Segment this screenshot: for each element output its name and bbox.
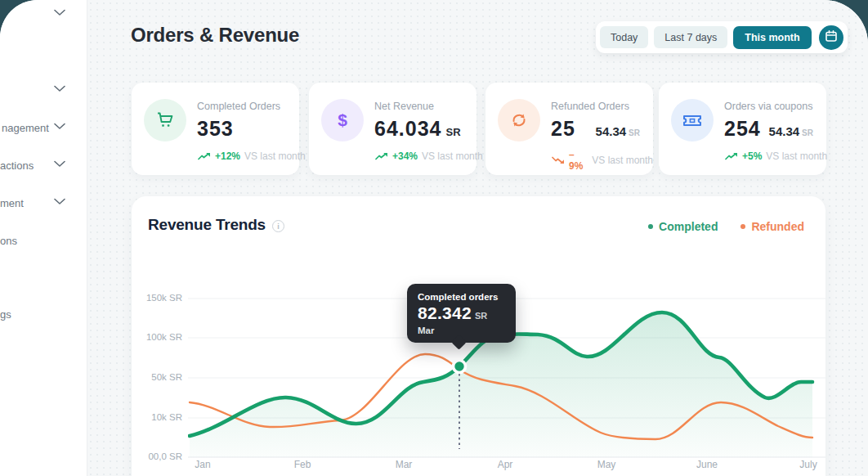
x-axis-tick: Apr xyxy=(498,459,513,470)
stat-compare: VS last month xyxy=(244,150,306,162)
sidebar-item-transactions[interactable]: actions xyxy=(0,159,34,172)
tooltip-title: Completed orders xyxy=(418,292,505,302)
legend-item-completed[interactable]: Completed xyxy=(648,220,718,233)
stat-label: Orders via coupons xyxy=(724,101,817,112)
trend-up-icon xyxy=(725,149,738,164)
legend-dot-refunded xyxy=(740,224,745,229)
stat-secondary-value: 54.34 xyxy=(769,124,800,138)
trend-up-icon xyxy=(198,149,211,164)
stat-secondary-value: 54.34 xyxy=(596,124,627,138)
stat-label: Completed Orders xyxy=(197,101,289,112)
y-axis-tick: 50k SR xyxy=(145,372,182,382)
legend-label: Completed xyxy=(659,220,718,233)
stat-delta: +12% xyxy=(215,150,240,162)
x-axis-tick: May xyxy=(597,459,616,470)
x-axis-tick: Jan xyxy=(195,459,210,470)
page-title: Orders & Revenue xyxy=(131,24,299,47)
chart-title: Revenue Trends xyxy=(148,216,266,234)
stat-delta: +5% xyxy=(742,150,762,162)
sidebar-item-ons[interactable]: ons xyxy=(0,235,17,247)
stat-card-net-revenue: $ Net Revenue 64.034 SR +34% VS last mon… xyxy=(309,83,477,175)
stat-card-refunded-orders: Refunded Orders 25 54.34 SR – 9% VS last… xyxy=(485,83,653,175)
legend-label: Refunded xyxy=(751,220,804,233)
sidebar-item-ment[interactable]: ment xyxy=(0,197,24,209)
tooltip-month: Mar xyxy=(418,326,505,335)
sidebar: nagement actions ment ons gs xyxy=(0,0,87,476)
cart-icon xyxy=(144,99,186,141)
stat-secondary-suffix: SR xyxy=(802,128,813,137)
stat-card-completed-orders: Completed Orders 353 +12% VS last month xyxy=(132,83,299,175)
filter-today-button[interactable]: Today xyxy=(600,26,648,48)
trend-down-icon xyxy=(552,153,565,168)
x-axis-tick: July xyxy=(799,459,817,470)
x-axis-tick: Feb xyxy=(294,459,311,470)
y-axis-tick: 150k SR xyxy=(145,293,182,303)
tooltip-value: 82.342 xyxy=(418,303,472,323)
chevron-down-icon[interactable] xyxy=(54,85,67,93)
x-axis-tick: Mar xyxy=(396,459,413,470)
stat-value: 254 xyxy=(724,117,761,141)
stat-label: Refunded Orders xyxy=(551,101,643,112)
chevron-down-icon[interactable] xyxy=(54,123,67,131)
stat-compare: VS last month xyxy=(592,155,653,166)
stat-value: 25 xyxy=(551,117,575,141)
dollar-icon: $ xyxy=(321,99,364,141)
y-axis-tick: 10k SR xyxy=(145,412,182,422)
chevron-down-icon[interactable] xyxy=(54,9,67,17)
stat-card-orders-via-coupons: Orders via coupons 254 54.34 SR +5% VS l… xyxy=(659,83,826,175)
data-point-marker[interactable] xyxy=(454,361,466,373)
info-icon[interactable]: i xyxy=(272,220,284,232)
chevron-down-icon[interactable] xyxy=(54,160,67,168)
tooltip-value-suffix: SR xyxy=(475,311,487,321)
stat-compare: VS last month xyxy=(766,150,827,162)
stat-delta: +34% xyxy=(392,150,418,162)
chevron-down-icon[interactable] xyxy=(54,198,67,206)
y-axis-tick: 00,0 SR xyxy=(145,451,182,461)
chart-tooltip: Completed orders 82.342 SR Mar xyxy=(407,284,516,343)
legend-item-refunded[interactable]: Refunded xyxy=(740,220,804,233)
stat-secondary-suffix: SR xyxy=(629,128,640,137)
refresh-icon xyxy=(498,99,540,141)
filter-thismonth-button[interactable]: This month xyxy=(733,26,811,49)
stat-delta: – 9% xyxy=(569,149,588,172)
stat-value: 353 xyxy=(197,117,234,141)
date-filter-bar: Today Last 7 days This month xyxy=(596,21,848,53)
app-sheet: nagement actions ment ons gs Orders & Re… xyxy=(0,0,868,476)
ticket-icon xyxy=(671,99,714,141)
sidebar-item-management[interactable]: nagement xyxy=(2,122,49,134)
stat-compare: VS last month xyxy=(422,150,483,162)
calendar-icon xyxy=(825,29,838,45)
x-axis-tick: June xyxy=(696,459,718,470)
calendar-button[interactable] xyxy=(819,25,843,50)
stat-label: Net Revenue xyxy=(374,101,467,112)
stat-value: 64.034 xyxy=(374,117,441,141)
sidebar-item-settings[interactable]: gs xyxy=(0,308,11,321)
chart-legend: Completed Refunded xyxy=(648,220,804,233)
filter-last7days-button[interactable]: Last 7 days xyxy=(654,26,727,48)
y-axis-tick: 100k SR xyxy=(145,332,182,342)
stat-value-suffix: SR xyxy=(445,126,460,138)
trend-up-icon xyxy=(375,149,388,164)
legend-dot-completed xyxy=(648,224,653,229)
